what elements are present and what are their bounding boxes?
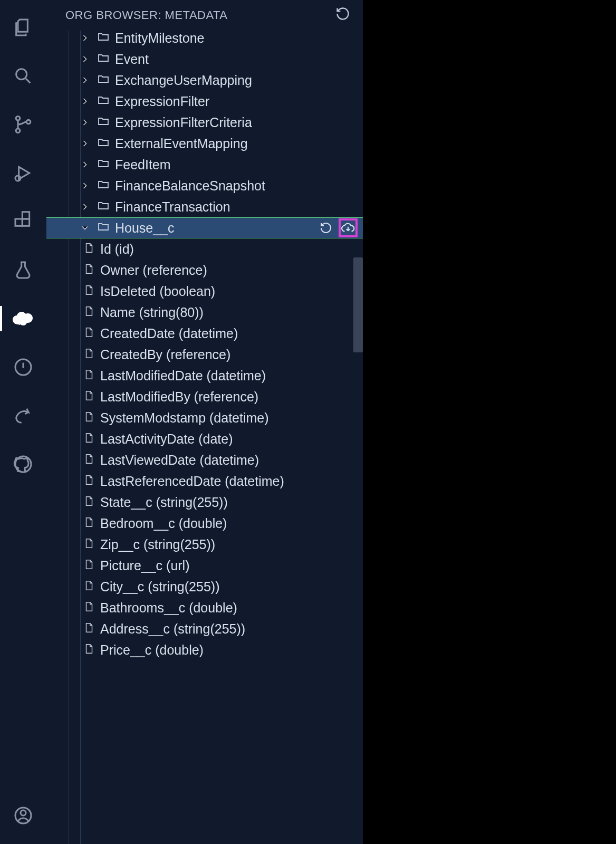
tree-field[interactable]: State__c (string(255)) <box>46 492 363 513</box>
retrieve-source-button[interactable] <box>339 218 358 237</box>
tree-field[interactable]: IsDeleted (boolean) <box>46 281 363 302</box>
tree-folder-selected[interactable]: House__c <box>46 217 363 238</box>
tree-folder[interactable]: Event <box>46 49 363 70</box>
editor-area <box>363 0 616 844</box>
tree-field[interactable]: LastViewedDate (datetime) <box>46 449 363 471</box>
tree-field-label: Name (string(80)) <box>100 305 204 320</box>
tree-field-label: LastActivityDate (date) <box>100 431 233 447</box>
file-icon <box>83 558 95 573</box>
tree-folder-label: EntityMilestone <box>115 31 205 46</box>
tree-field[interactable]: City__c (string(255)) <box>46 576 363 597</box>
chevron-right-icon <box>78 138 92 149</box>
tree-field[interactable]: SystemModstamp (datetime) <box>46 407 363 428</box>
search-icon[interactable] <box>11 63 36 89</box>
file-icon <box>83 642 95 658</box>
tree-folder-label: FinanceBalanceSnapshot <box>115 178 265 194</box>
tree-field-label: Bedroom__c (double) <box>100 516 227 531</box>
tree-field[interactable]: Picture__c (url) <box>46 555 363 576</box>
tree-field-label: Id (id) <box>100 242 134 257</box>
tree-field-label: LastModifiedDate (datetime) <box>100 368 266 383</box>
source-control-icon[interactable] <box>11 112 36 137</box>
folder-icon <box>97 93 110 109</box>
github-icon[interactable] <box>11 452 36 477</box>
tree-folder-label: ExchangeUserMapping <box>115 73 252 88</box>
tree-field-label: Owner (reference) <box>100 263 207 278</box>
folder-icon <box>97 178 110 194</box>
tree-field-label: State__c (string(255)) <box>100 495 228 510</box>
tree-field[interactable]: Bedroom__c (double) <box>46 513 363 534</box>
tree-field[interactable]: Id (id) <box>46 238 363 260</box>
svg-rect-6 <box>22 219 29 226</box>
folder-icon <box>97 136 110 151</box>
tree-field-label: LastModifiedBy (reference) <box>100 389 258 405</box>
folder-icon <box>97 157 110 172</box>
tree-field[interactable]: Name (string(80)) <box>46 302 363 323</box>
testing-icon[interactable] <box>11 257 36 283</box>
file-icon <box>83 621 95 637</box>
tree-folder[interactable]: ExternalEventMapping <box>46 133 363 154</box>
tree-field[interactable]: CreatedDate (datetime) <box>46 323 363 344</box>
file-icon <box>83 537 95 552</box>
tree-folder-label: FeedItem <box>115 157 171 172</box>
file-icon <box>83 516 95 531</box>
tree-field[interactable]: Bathrooms__c (double) <box>46 597 363 618</box>
tree-field-label: Picture__c (url) <box>100 558 190 573</box>
tree-field-label: CreatedDate (datetime) <box>100 326 238 341</box>
salesforce-icon[interactable] <box>11 306 36 331</box>
extensions-icon[interactable] <box>11 209 36 234</box>
refresh-node-button[interactable] <box>316 218 335 237</box>
file-icon <box>83 242 95 257</box>
folder-icon <box>97 220 110 236</box>
tree-folder[interactable]: FeedItem <box>46 154 363 175</box>
tree-field-label: IsDeleted (boolean) <box>100 284 215 299</box>
folder-icon <box>97 51 110 67</box>
issues-icon[interactable] <box>11 354 36 380</box>
tree-folder[interactable]: ExpressionFilter <box>46 91 363 112</box>
file-icon <box>83 305 95 320</box>
tree-folder[interactable]: ExchangeUserMapping <box>46 70 363 91</box>
metadata-tree[interactable]: EntityMilestone Event ExchangeUserMappin… <box>46 31 363 844</box>
tree-folder[interactable]: FinanceBalanceSnapshot <box>46 175 363 196</box>
tree-field[interactable]: LastActivityDate (date) <box>46 428 363 449</box>
svg-rect-5 <box>15 219 22 226</box>
tree-field-label: Bathrooms__c (double) <box>100 600 237 616</box>
explorer-icon[interactable] <box>11 15 36 40</box>
file-icon <box>83 431 95 447</box>
panel-header: ORG BROWSER: METADATA <box>46 0 363 31</box>
tree-folder[interactable]: ExpressionFilterCriteria <box>46 112 363 133</box>
tree-field[interactable]: Price__c (double) <box>46 639 363 660</box>
org-browser-panel: ORG BROWSER: METADATA EntityMilestone Ev… <box>46 0 363 844</box>
tree-field-label: LastViewedDate (datetime) <box>100 453 259 468</box>
tree-field-label: Address__c (string(255)) <box>100 621 245 637</box>
tree-field-label: SystemModstamp (datetime) <box>100 410 269 426</box>
file-icon <box>83 326 95 341</box>
tree-field-label: LastReferencedDate (datetime) <box>100 474 284 489</box>
tree-field[interactable]: LastModifiedDate (datetime) <box>46 365 363 386</box>
folder-icon <box>97 199 110 215</box>
chevron-down-icon <box>78 223 92 233</box>
tree-field[interactable]: Zip__c (string(255)) <box>46 534 363 555</box>
scrollbar-thumb[interactable] <box>353 257 363 352</box>
chevron-right-icon <box>78 54 92 64</box>
tree-field[interactable]: LastReferencedDate (datetime) <box>46 471 363 492</box>
file-icon <box>83 389 95 405</box>
svg-rect-7 <box>22 212 29 219</box>
file-icon <box>83 347 95 362</box>
file-icon <box>83 410 95 426</box>
svg-point-4 <box>15 176 21 181</box>
tree-folder[interactable]: EntityMilestone <box>46 31 363 49</box>
svg-point-3 <box>26 120 31 124</box>
tree-field-label: Zip__c (string(255)) <box>100 537 215 552</box>
tree-field[interactable]: Address__c (string(255)) <box>46 618 363 639</box>
tree-field[interactable]: CreatedBy (reference) <box>46 344 363 365</box>
folder-icon <box>97 72 110 88</box>
file-icon <box>83 453 95 468</box>
run-debug-icon[interactable] <box>11 160 36 186</box>
panel-refresh-button[interactable] <box>335 6 350 24</box>
tree-field[interactable]: Owner (reference) <box>46 260 363 281</box>
accounts-icon[interactable] <box>11 803 36 828</box>
tree-folder[interactable]: FinanceTransaction <box>46 196 363 217</box>
share-icon[interactable] <box>11 403 36 428</box>
file-icon <box>83 600 95 616</box>
tree-field[interactable]: LastModifiedBy (reference) <box>46 386 363 407</box>
